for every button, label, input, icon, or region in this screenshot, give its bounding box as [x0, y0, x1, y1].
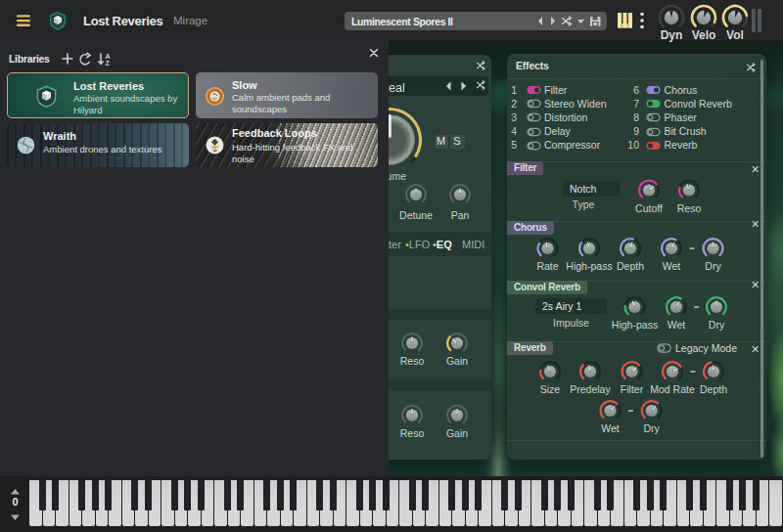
svg-text:Z: Z — [106, 60, 111, 66]
svg-text:A: A — [106, 53, 111, 60]
